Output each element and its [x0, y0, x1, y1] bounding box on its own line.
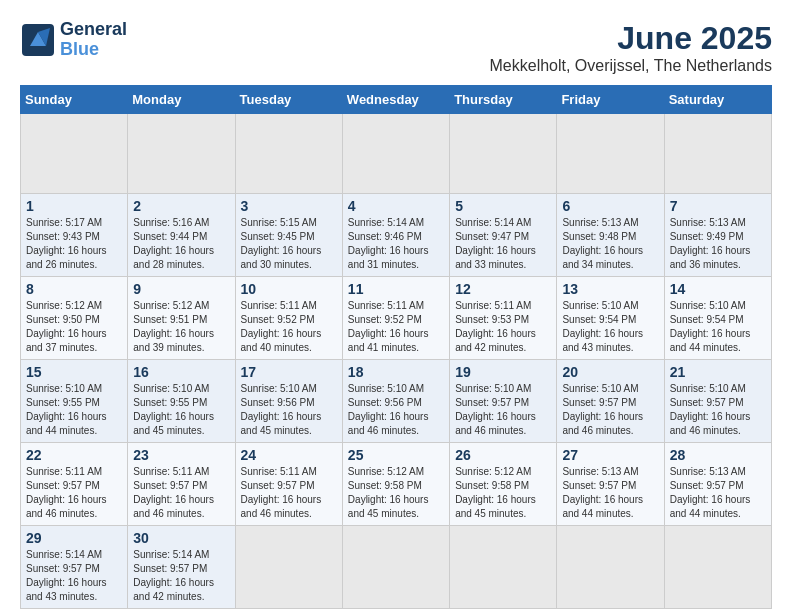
- header-row: SundayMondayTuesdayWednesdayThursdayFrid…: [21, 86, 772, 114]
- week-row-4: 22 Sunrise: 5:11 AM Sunset: 9:57 PM Dayl…: [21, 443, 772, 526]
- sunset-label: Sunset: 9:44 PM: [133, 231, 207, 242]
- day-info: Sunrise: 5:14 AM Sunset: 9:46 PM Dayligh…: [348, 216, 444, 272]
- daylight-label: Daylight: 16 hours: [670, 245, 751, 256]
- day-info: Sunrise: 5:10 AM Sunset: 9:54 PM Dayligh…: [562, 299, 658, 355]
- sunrise-label: Sunrise: 5:10 AM: [562, 300, 638, 311]
- daylight-minutes: and 45 minutes.: [133, 425, 204, 436]
- day-number: 26: [455, 447, 551, 463]
- day-number: 24: [241, 447, 337, 463]
- daylight-minutes: and 31 minutes.: [348, 259, 419, 270]
- sunrise-label: Sunrise: 5:13 AM: [562, 466, 638, 477]
- sunrise-label: Sunrise: 5:12 AM: [455, 466, 531, 477]
- day-info: Sunrise: 5:10 AM Sunset: 9:54 PM Dayligh…: [670, 299, 766, 355]
- sunrise-label: Sunrise: 5:16 AM: [133, 217, 209, 228]
- header-day-wednesday: Wednesday: [342, 86, 449, 114]
- day-cell: [342, 114, 449, 194]
- sunrise-label: Sunrise: 5:15 AM: [241, 217, 317, 228]
- header-day-thursday: Thursday: [450, 86, 557, 114]
- daylight-label: Daylight: 16 hours: [670, 411, 751, 422]
- sunset-label: Sunset: 9:48 PM: [562, 231, 636, 242]
- day-info: Sunrise: 5:10 AM Sunset: 9:57 PM Dayligh…: [670, 382, 766, 438]
- day-number: 21: [670, 364, 766, 380]
- day-cell: [128, 114, 235, 194]
- day-cell: 25 Sunrise: 5:12 AM Sunset: 9:58 PM Dayl…: [342, 443, 449, 526]
- logo: General Blue: [20, 20, 127, 60]
- header-day-monday: Monday: [128, 86, 235, 114]
- day-cell: 17 Sunrise: 5:10 AM Sunset: 9:56 PM Dayl…: [235, 360, 342, 443]
- daylight-minutes: and 46 minutes.: [133, 508, 204, 519]
- day-number: 3: [241, 198, 337, 214]
- day-cell: 14 Sunrise: 5:10 AM Sunset: 9:54 PM Dayl…: [664, 277, 771, 360]
- sunset-label: Sunset: 9:53 PM: [455, 314, 529, 325]
- daylight-minutes: and 46 minutes.: [455, 425, 526, 436]
- day-number: 6: [562, 198, 658, 214]
- day-number: 4: [348, 198, 444, 214]
- day-number: 12: [455, 281, 551, 297]
- sunset-label: Sunset: 9:49 PM: [670, 231, 744, 242]
- day-number: 7: [670, 198, 766, 214]
- daylight-label: Daylight: 16 hours: [26, 577, 107, 588]
- sunset-label: Sunset: 9:46 PM: [348, 231, 422, 242]
- day-info: Sunrise: 5:11 AM Sunset: 9:52 PM Dayligh…: [241, 299, 337, 355]
- month-title: June 2025: [490, 20, 773, 57]
- daylight-minutes: and 28 minutes.: [133, 259, 204, 270]
- day-cell: 12 Sunrise: 5:11 AM Sunset: 9:53 PM Dayl…: [450, 277, 557, 360]
- day-cell: 8 Sunrise: 5:12 AM Sunset: 9:50 PM Dayli…: [21, 277, 128, 360]
- sunrise-label: Sunrise: 5:13 AM: [562, 217, 638, 228]
- day-info: Sunrise: 5:10 AM Sunset: 9:56 PM Dayligh…: [348, 382, 444, 438]
- day-info: Sunrise: 5:12 AM Sunset: 9:58 PM Dayligh…: [348, 465, 444, 521]
- sunrise-label: Sunrise: 5:10 AM: [455, 383, 531, 394]
- daylight-minutes: and 46 minutes.: [670, 425, 741, 436]
- daylight-minutes: and 37 minutes.: [26, 342, 97, 353]
- sunrise-label: Sunrise: 5:10 AM: [348, 383, 424, 394]
- sunset-label: Sunset: 9:54 PM: [670, 314, 744, 325]
- daylight-label: Daylight: 16 hours: [670, 328, 751, 339]
- logo-line2: Blue: [60, 40, 127, 60]
- day-cell: 7 Sunrise: 5:13 AM Sunset: 9:49 PM Dayli…: [664, 194, 771, 277]
- daylight-label: Daylight: 16 hours: [133, 411, 214, 422]
- daylight-label: Daylight: 16 hours: [562, 245, 643, 256]
- day-cell: [342, 526, 449, 609]
- day-number: 8: [26, 281, 122, 297]
- sunset-label: Sunset: 9:57 PM: [455, 397, 529, 408]
- day-cell: 4 Sunrise: 5:14 AM Sunset: 9:46 PM Dayli…: [342, 194, 449, 277]
- logo-text: General Blue: [60, 20, 127, 60]
- day-cell: [450, 526, 557, 609]
- day-cell: 3 Sunrise: 5:15 AM Sunset: 9:45 PM Dayli…: [235, 194, 342, 277]
- day-cell: 28 Sunrise: 5:13 AM Sunset: 9:57 PM Dayl…: [664, 443, 771, 526]
- day-cell: 20 Sunrise: 5:10 AM Sunset: 9:57 PM Dayl…: [557, 360, 664, 443]
- daylight-label: Daylight: 16 hours: [133, 328, 214, 339]
- daylight-minutes: and 40 minutes.: [241, 342, 312, 353]
- sunrise-label: Sunrise: 5:13 AM: [670, 466, 746, 477]
- day-cell: 27 Sunrise: 5:13 AM Sunset: 9:57 PM Dayl…: [557, 443, 664, 526]
- daylight-label: Daylight: 16 hours: [26, 328, 107, 339]
- daylight-label: Daylight: 16 hours: [348, 245, 429, 256]
- daylight-label: Daylight: 16 hours: [241, 245, 322, 256]
- header-day-saturday: Saturday: [664, 86, 771, 114]
- daylight-label: Daylight: 16 hours: [26, 411, 107, 422]
- day-cell: 22 Sunrise: 5:11 AM Sunset: 9:57 PM Dayl…: [21, 443, 128, 526]
- daylight-label: Daylight: 16 hours: [562, 411, 643, 422]
- day-cell: 13 Sunrise: 5:10 AM Sunset: 9:54 PM Dayl…: [557, 277, 664, 360]
- sunrise-label: Sunrise: 5:11 AM: [133, 466, 209, 477]
- daylight-label: Daylight: 16 hours: [670, 494, 751, 505]
- day-number: 23: [133, 447, 229, 463]
- day-number: 14: [670, 281, 766, 297]
- sunrise-label: Sunrise: 5:12 AM: [348, 466, 424, 477]
- day-cell: 26 Sunrise: 5:12 AM Sunset: 9:58 PM Dayl…: [450, 443, 557, 526]
- sunset-label: Sunset: 9:45 PM: [241, 231, 315, 242]
- sunrise-label: Sunrise: 5:12 AM: [133, 300, 209, 311]
- day-number: 9: [133, 281, 229, 297]
- day-info: Sunrise: 5:16 AM Sunset: 9:44 PM Dayligh…: [133, 216, 229, 272]
- week-row-0: [21, 114, 772, 194]
- week-row-1: 1 Sunrise: 5:17 AM Sunset: 9:43 PM Dayli…: [21, 194, 772, 277]
- daylight-minutes: and 39 minutes.: [133, 342, 204, 353]
- day-info: Sunrise: 5:10 AM Sunset: 9:56 PM Dayligh…: [241, 382, 337, 438]
- week-row-2: 8 Sunrise: 5:12 AM Sunset: 9:50 PM Dayli…: [21, 277, 772, 360]
- sunrise-label: Sunrise: 5:11 AM: [241, 466, 317, 477]
- day-info: Sunrise: 5:14 AM Sunset: 9:57 PM Dayligh…: [133, 548, 229, 604]
- daylight-minutes: and 44 minutes.: [26, 425, 97, 436]
- day-cell: [664, 114, 771, 194]
- daylight-minutes: and 46 minutes.: [26, 508, 97, 519]
- day-cell: 6 Sunrise: 5:13 AM Sunset: 9:48 PM Dayli…: [557, 194, 664, 277]
